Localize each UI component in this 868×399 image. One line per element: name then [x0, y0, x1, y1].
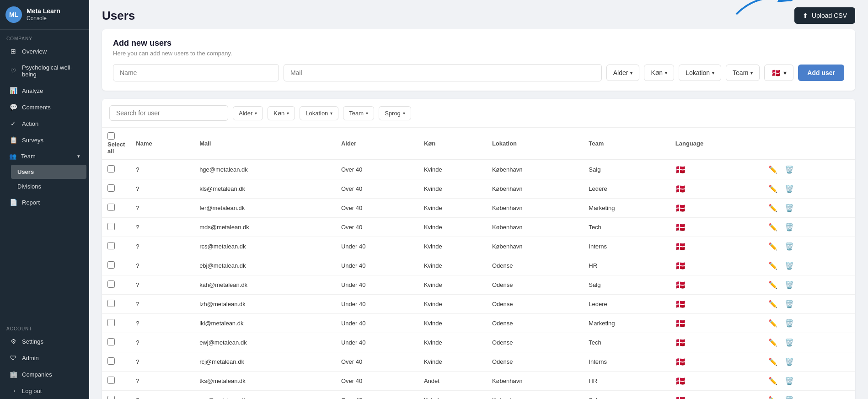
table-row: ? tks@metalean.dk Over 40 Andet Københav…: [102, 372, 855, 391]
row-team: HR: [583, 256, 670, 275]
delete-button-0[interactable]: 🗑️: [783, 164, 796, 175]
row-checkbox-5[interactable]: [107, 261, 115, 269]
sidebar-item-companies-label: Companies: [22, 371, 52, 378]
delete-button-2[interactable]: 🗑️: [783, 203, 796, 213]
delete-button-1[interactable]: 🗑️: [783, 183, 796, 194]
delete-button-10[interactable]: 🗑️: [783, 356, 796, 367]
sidebar-logo[interactable]: ML Meta Learn Console: [0, 0, 89, 30]
settings-icon: ⚙: [9, 338, 17, 345]
lokation-filter[interactable]: Lokation: [300, 106, 338, 120]
kon-dropdown-form[interactable]: Køn: [644, 65, 674, 81]
report-icon: 📄: [9, 199, 17, 206]
lokation-dropdown-form[interactable]: Lokation: [679, 65, 721, 81]
mail-input[interactable]: [284, 64, 602, 81]
edit-button-3[interactable]: ✏️: [766, 222, 779, 232]
row-kon: Kvinde: [418, 237, 487, 256]
row-lokation: København: [487, 237, 583, 256]
row-actions: ✏️ 🗑️: [761, 352, 855, 372]
sidebar-item-companies[interactable]: 🏢 Companies: [3, 367, 86, 382]
alder-dropdown-form[interactable]: Alder: [606, 65, 640, 81]
sidebar-item-team[interactable]: 👥 Team ▾: [3, 149, 86, 164]
sidebar-item-surveys[interactable]: 📋 Surveys: [3, 132, 86, 148]
edit-button-11[interactable]: ✏️: [766, 376, 779, 386]
row-checkbox-2[interactable]: [107, 204, 115, 211]
delete-button-9[interactable]: 🗑️: [783, 337, 796, 348]
sidebar-item-psychological[interactable]: ♡ Psychological well-being: [3, 60, 86, 82]
delete-button-4[interactable]: 🗑️: [783, 241, 796, 252]
upload-icon: ⬆: [803, 12, 808, 19]
edit-button-9[interactable]: ✏️: [766, 337, 779, 348]
row-checkbox-cell: [102, 314, 130, 333]
delete-button-8[interactable]: 🗑️: [783, 318, 796, 329]
sidebar-item-admin-label: Admin: [22, 355, 39, 361]
table-row: ? fer@metalean.dk Over 40 Kvinde Københa…: [102, 199, 855, 218]
row-checkbox-6[interactable]: [107, 280, 115, 288]
row-checkbox-0[interactable]: [107, 165, 115, 173]
sidebar-item-users[interactable]: Users: [11, 165, 86, 179]
delete-button-7[interactable]: 🗑️: [783, 299, 796, 309]
sidebar-item-analyze[interactable]: 📊 Analyze: [3, 83, 86, 98]
team-dropdown-form[interactable]: Team: [726, 65, 760, 81]
row-checkbox-9[interactable]: [107, 338, 115, 345]
delete-button-3[interactable]: 🗑️: [783, 222, 796, 232]
delete-button-5[interactable]: 🗑️: [783, 260, 796, 271]
add-user-button[interactable]: Add user: [798, 65, 844, 81]
row-actions: ✏️ 🗑️: [761, 218, 855, 237]
table-row: ? hge@metalean.dk Over 40 Kvinde Københa…: [102, 160, 855, 179]
team-filter[interactable]: Team: [343, 106, 374, 120]
flag-dropdown-form[interactable]: 🇩🇰 ▾: [764, 65, 793, 81]
edit-button-4[interactable]: ✏️: [766, 241, 779, 252]
table-row: ? kls@metalean.dk Over 40 Kvinde Københa…: [102, 179, 855, 199]
logo-text: Meta Learn Console: [27, 7, 60, 22]
row-kon: Kvinde: [418, 314, 487, 333]
row-mail: mds@metalean.dk: [194, 218, 336, 237]
edit-button-7[interactable]: ✏️: [766, 299, 779, 309]
edit-button-5[interactable]: ✏️: [766, 260, 779, 271]
row-checkbox-10[interactable]: [107, 357, 115, 365]
sidebar-item-action[interactable]: ✓ Action: [3, 116, 86, 131]
edit-button-2[interactable]: ✏️: [766, 203, 779, 213]
admin-icon: 🛡: [9, 354, 17, 361]
row-actions: ✏️ 🗑️: [761, 333, 855, 352]
row-checkbox-1[interactable]: [107, 184, 115, 192]
edit-button-8[interactable]: ✏️: [766, 318, 779, 329]
row-team: Salg: [583, 391, 670, 399]
kon-filter[interactable]: Køn: [268, 106, 295, 120]
row-checkbox-8[interactable]: [107, 319, 115, 326]
row-checkbox-7[interactable]: [107, 300, 115, 307]
sidebar-item-admin[interactable]: 🛡 Admin: [3, 350, 86, 366]
main-content: Users ⬆ Upload CSV Add new users Here yo…: [89, 0, 868, 399]
delete-button-11[interactable]: 🗑️: [783, 376, 796, 386]
sidebar-item-settings[interactable]: ⚙ Settings: [3, 334, 86, 349]
select-all-checkbox[interactable]: [107, 132, 115, 140]
sidebar-item-logout[interactable]: → Log out: [3, 383, 86, 399]
row-actions: ✏️ 🗑️: [761, 372, 855, 391]
row-checkbox-3[interactable]: [107, 223, 115, 230]
row-checkbox-4[interactable]: [107, 242, 115, 249]
edit-button-6[interactable]: ✏️: [766, 280, 779, 290]
edit-button-1[interactable]: ✏️: [766, 183, 779, 194]
row-checkbox-11[interactable]: [107, 377, 115, 384]
delete-button-6[interactable]: 🗑️: [783, 280, 796, 290]
row-alder: Under 40: [336, 314, 418, 333]
edit-button-12[interactable]: ✏️: [766, 395, 779, 399]
comments-icon: 💬: [9, 103, 17, 111]
sidebar-item-divisions[interactable]: Divisions: [11, 179, 86, 194]
alder-filter[interactable]: Alder: [233, 106, 263, 120]
row-checkbox-12[interactable]: [107, 396, 115, 399]
name-input[interactable]: [113, 64, 279, 81]
row-team: Tech: [583, 218, 670, 237]
row-actions: ✏️ 🗑️: [761, 314, 855, 333]
surveys-icon: 📋: [9, 136, 17, 144]
sidebar-item-report[interactable]: 📄 Report: [3, 194, 86, 210]
upload-csv-button[interactable]: ⬆ Upload CSV: [794, 7, 855, 24]
search-input[interactable]: [109, 105, 228, 121]
row-lokation: Odense: [487, 333, 583, 352]
sprog-filter[interactable]: Sprog: [379, 106, 411, 120]
edit-button-10[interactable]: ✏️: [766, 356, 779, 367]
sidebar-item-comments[interactable]: 💬 Comments: [3, 99, 86, 115]
edit-button-0[interactable]: ✏️: [766, 164, 779, 175]
delete-button-12[interactable]: 🗑️: [783, 395, 796, 399]
row-lokation: Odense: [487, 295, 583, 314]
sidebar-item-overview[interactable]: ⊞ Overview: [3, 43, 86, 59]
